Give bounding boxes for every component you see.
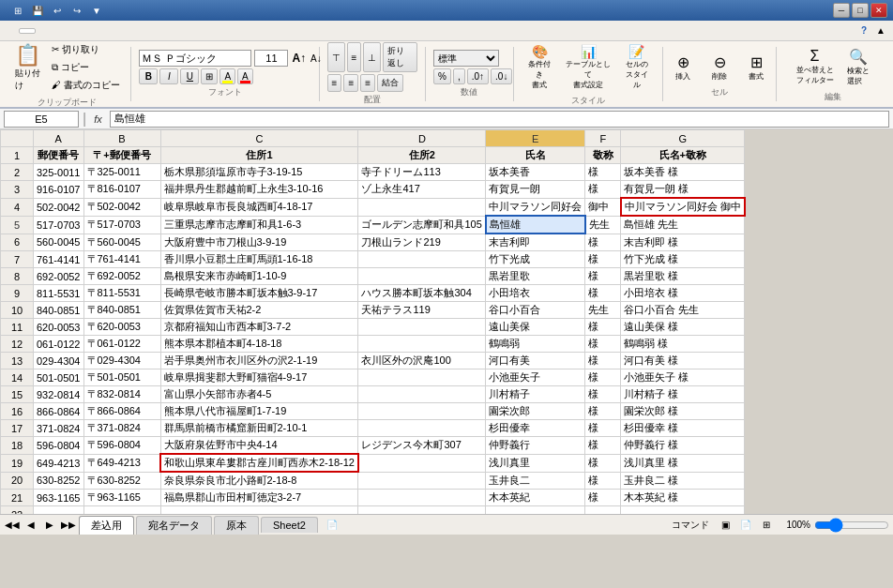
cell-C16[interactable]: 熊本県八代市福屋町1-7-19 [160, 403, 358, 420]
menu-formulas[interactable] [66, 29, 81, 33]
cell-G8[interactable]: 黒岩里歌 様 [621, 268, 745, 285]
cell-A17[interactable]: 371-0824 [34, 420, 84, 437]
row-header-17[interactable]: 17 [1, 420, 34, 437]
cell-E19[interactable]: 浅川真里 [486, 454, 585, 472]
cell-B8[interactable]: 〒692-0052 [83, 268, 160, 285]
copy-button[interactable]: ⧉コピー [47, 59, 125, 76]
cell-E17[interactable]: 杉田優幸 [486, 420, 585, 437]
cell-B3[interactable]: 〒816-0107 [83, 181, 160, 199]
col-header-d[interactable]: D [358, 130, 486, 147]
wrap-text-button[interactable]: 折り返し [383, 42, 417, 72]
number-format-select[interactable]: 標準 [433, 50, 499, 67]
cell-G12[interactable]: 鶴鳴弱 様 [621, 336, 745, 353]
cell-E13[interactable]: 河口有美 [486, 353, 585, 369]
paste-button[interactable]: 📋 貼り付け [10, 40, 45, 95]
cell-G3[interactable]: 有賀見一朗 様 [621, 181, 745, 199]
cell-E8[interactable]: 黒岩里歌 [486, 268, 585, 285]
align-top-button[interactable]: ⊤ [327, 42, 345, 72]
cell-E16[interactable]: 園栄次郎 [486, 403, 585, 420]
cell-C15[interactable]: 富山県小矢部市赤者4-5 [160, 386, 358, 403]
cell-F16[interactable]: 様 [585, 403, 621, 420]
cell-G18[interactable]: 仲野義行 様 [621, 437, 745, 455]
menu-acrobat[interactable] [126, 29, 141, 33]
col-header-e[interactable]: E [486, 130, 585, 147]
menu-file[interactable] [4, 29, 19, 33]
row-header-12[interactable]: 12 [1, 336, 34, 353]
row-header-7[interactable]: 7 [1, 251, 34, 268]
format-cells-button[interactable]: ⊞ 書式 [739, 51, 773, 84]
border-button[interactable]: ⊞ [201, 68, 218, 84]
sheet-tab-atena[interactable]: 宛名データ [136, 516, 212, 535]
cell-A19[interactable]: 649-4213 [34, 454, 84, 472]
cell-F8[interactable]: 様 [585, 268, 621, 285]
cell-B19[interactable]: 〒649-4213 [83, 454, 160, 472]
cell-C17[interactable]: 群馬県前橋市橘窟新田町2-10-1 [160, 420, 358, 437]
cell-G17[interactable]: 杉田優幸 様 [621, 420, 745, 437]
comma-button[interactable]: , [453, 68, 465, 84]
cell-C12[interactable]: 熊本県本郡植本町4-18-18 [160, 336, 358, 353]
cell-G2[interactable]: 坂本美香 様 [621, 164, 745, 181]
cell-B5[interactable]: 〒517-0703 [83, 216, 160, 234]
cell-D13[interactable]: 衣川区外の沢庵100 [358, 353, 486, 369]
name-box[interactable] [4, 111, 79, 128]
cell-A2[interactable]: 325-0011 [34, 164, 84, 181]
cell-A20[interactable]: 630-8252 [34, 472, 84, 490]
cell-B17[interactable]: 〒371-0824 [83, 420, 160, 437]
zoom-slider[interactable] [814, 518, 889, 533]
cell-A1[interactable]: 郵便番号 [34, 147, 84, 164]
cell-A10[interactable]: 840-0851 [34, 302, 84, 319]
customize-icon[interactable]: ▼ [88, 2, 105, 19]
cell-styles-button[interactable]: 📝 セルのスタイル [619, 41, 655, 93]
menu-page-layout[interactable] [51, 29, 66, 33]
row-header-11[interactable]: 11 [1, 319, 34, 336]
scroll-right-sheet-button[interactable]: ▶ [41, 517, 58, 534]
restore-button[interactable]: □ [852, 3, 869, 18]
cell-C8[interactable]: 島根県安来市赤崎町1-10-9 [160, 268, 358, 285]
cell-F18[interactable]: 様 [585, 437, 621, 455]
cell-D19[interactable] [358, 454, 486, 472]
cell-B6[interactable]: 〒560-0045 [83, 234, 160, 251]
row-header-10[interactable]: 10 [1, 302, 34, 319]
cell-D20[interactable] [358, 472, 486, 490]
cell-E14[interactable]: 小池亜矢子 [486, 369, 585, 386]
sort-filter-button[interactable]: 🔍 検索と選択 [841, 45, 875, 89]
cell-E21[interactable]: 木本英紀 [486, 490, 585, 506]
cell-D10[interactable]: 天祐テラス119 [358, 302, 486, 319]
prev-sheet-button[interactable]: ◀◀ [4, 517, 21, 534]
percent-button[interactable]: % [433, 68, 451, 84]
formula-input[interactable] [110, 111, 889, 128]
cell-E15[interactable]: 川村精子 [486, 386, 585, 403]
cell-A3[interactable]: 916-0107 [34, 181, 84, 199]
row-header-18[interactable]: 18 [1, 437, 34, 455]
cell-A18[interactable]: 596-0804 [34, 437, 84, 455]
align-middle-button[interactable]: ≡ [347, 42, 362, 72]
cell-G6[interactable]: 末吉利即 様 [621, 234, 745, 251]
align-right-button[interactable]: ≡ [360, 74, 375, 92]
cell-D2[interactable]: 寺子ドリーム113 [358, 164, 486, 181]
cell-B18[interactable]: 〒596-0804 [83, 437, 160, 455]
cell-E5[interactable]: 島恒雄 [486, 216, 585, 234]
autosum-button[interactable]: Σ 並べ替えとフィルター [792, 45, 839, 89]
normal-view-button[interactable]: ▣ [717, 517, 734, 534]
cell-F13[interactable]: 様 [585, 353, 621, 369]
cell-B14[interactable]: 〒501-0501 [83, 369, 160, 386]
underline-button[interactable]: U [180, 68, 199, 84]
cell-B12[interactable]: 〒061-0122 [83, 336, 160, 353]
cell-F5[interactable]: 先生 [585, 216, 621, 234]
cell-D17[interactable] [358, 420, 486, 437]
cell-F11[interactable]: 様 [585, 319, 621, 336]
cell-C7[interactable]: 香川県小豆郡土庄町馬頭1-16-18 [160, 251, 358, 268]
scroll-left-sheet-button[interactable]: ◀ [23, 517, 39, 534]
cell-E6[interactable]: 末吉利即 [486, 234, 585, 251]
cell-D9[interactable]: ハウス勝本町坂本触304 [358, 285, 486, 302]
cell-D12[interactable] [358, 336, 486, 353]
cell-A4[interactable]: 502-0042 [34, 198, 84, 216]
cell-B1[interactable]: 〒+郵便番号 [83, 147, 160, 164]
menu-data[interactable] [81, 29, 96, 33]
font-name-input[interactable] [139, 50, 251, 67]
cell-D16[interactable] [358, 403, 486, 420]
increase-decimal-button[interactable]: .0↑ [467, 68, 489, 84]
cell-D7[interactable] [358, 251, 486, 268]
cell-G7[interactable]: 竹下光成 様 [621, 251, 745, 268]
cell-B4[interactable]: 〒502-0042 [83, 198, 160, 216]
